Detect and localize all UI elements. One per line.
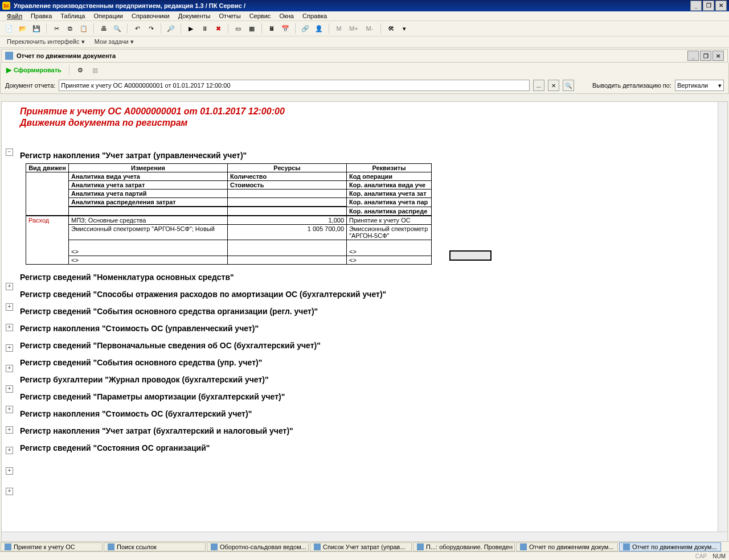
menu-edit[interactable]: Правка [27, 11, 55, 20]
section-heading: Регистр накопления "Стоимость ОС (управл… [20, 324, 715, 333]
expand-toggle-8[interactable]: + [6, 426, 13, 434]
section-heading: Регистр накопления "Учет затрат (бухгалт… [20, 426, 715, 435]
maximize-button[interactable]: ❐ [703, 1, 714, 11]
expand-toggle-1[interactable]: + [6, 283, 13, 290]
expand-toggle-11[interactable]: + [6, 488, 13, 495]
menu-table[interactable]: Таблица [57, 11, 88, 20]
close-window-icon[interactable]: ✖ [212, 23, 224, 34]
expand-toggle-5[interactable]: + [6, 365, 13, 372]
menu-reports[interactable]: Отчеты [216, 11, 244, 20]
dropdown-icon[interactable]: ▾ [399, 23, 410, 34]
settings-icon[interactable]: ⚙ [75, 64, 86, 76]
section-heading: Регистр сведений "Способы отражения расх… [20, 290, 715, 299]
menu-catalogs[interactable]: Справочники [128, 11, 173, 20]
section-heading-1: Регистр накопления "Учет затрат (управле… [20, 151, 715, 160]
task-item[interactable]: Оборотно-сальдовая ведом... [207, 542, 309, 551]
report-area: − + + + + + + + + + + + Принятие к учету… [1, 101, 728, 542]
section-heading: Регистр накопления "Стоимость ОС (бухгал… [20, 409, 715, 418]
report-title-1: Принятие к учету ОС А0000000001 от 01.01… [20, 106, 715, 117]
expand-toggle-6[interactable]: + [6, 385, 13, 393]
copy-icon[interactable]: ⧉ [64, 23, 76, 34]
subform-title: Отчет по движениям документа [17, 52, 116, 59]
mminus-button[interactable]: М- [363, 23, 376, 34]
m-button[interactable]: М [333, 23, 345, 34]
redo-icon[interactable]: ↷ [145, 23, 157, 34]
calc-icon[interactable]: 🖩 [266, 23, 277, 34]
expand-toggle-9[interactable]: + [6, 447, 13, 454]
selection-cursor [449, 250, 492, 261]
print-icon[interactable]: 🖶 [98, 23, 109, 34]
link-bar: Переключить интерфейс ▾ Мои задачи ▾ [0, 36, 729, 48]
expand-toggle-7[interactable]: + [6, 406, 13, 413]
menu-operations[interactable]: Операции [91, 11, 126, 20]
document-icon [211, 543, 218, 550]
expand-toggle-3[interactable]: + [6, 324, 13, 331]
document-icon [623, 543, 630, 550]
task-item[interactable]: Поиск ссылок [104, 542, 206, 551]
expand-toggle-2[interactable]: + [6, 303, 13, 311]
window-title: Управление производственным предприятием… [14, 0, 245, 11]
calendar-icon[interactable]: 📅 [280, 23, 291, 34]
list-icon[interactable]: ▭ [232, 23, 244, 34]
gutter: − + + + + + + + + + + + [2, 102, 17, 532]
expand-toggle-4[interactable]: + [6, 344, 13, 352]
horizontal-scrollbar[interactable] [2, 532, 727, 541]
collapse-toggle[interactable]: − [6, 149, 13, 156]
undo-icon[interactable]: ↶ [132, 23, 143, 34]
section-heading: Регистр сведений "Параметры амортизации … [20, 392, 715, 401]
vertical-scrollbar[interactable] [718, 102, 727, 532]
open-button[interactable]: 🔍 [563, 80, 574, 91]
tool-icon[interactable]: 🛠 [385, 23, 396, 34]
document-icon [314, 543, 321, 550]
clear-button[interactable]: ✕ [548, 80, 559, 91]
run-icon[interactable]: ▶ [185, 23, 196, 34]
subform-minimize-button[interactable]: _ [687, 51, 699, 61]
select-button[interactable]: ... [533, 80, 544, 91]
subform-close-button[interactable]: ✕ [712, 51, 724, 61]
section-heading: Регистр бухгалтерии "Журнал проводок (бу… [20, 375, 715, 384]
stop-icon[interactable]: ⏸ [199, 23, 210, 34]
task-item[interactable]: Принятие к учету ОС [1, 542, 103, 551]
expand-toggle-10[interactable]: + [6, 467, 13, 475]
movement-kind: Расход [26, 216, 69, 265]
window-taskbar: Принятие к учету ОС Поиск ссылок Оборотн… [0, 541, 729, 552]
report-table: Вид движен Измерения Ресурсы Реквизиты А… [26, 163, 432, 265]
user-icon[interactable]: 👤 [313, 23, 325, 34]
preview-icon[interactable]: 🔍 [112, 23, 123, 34]
detail-dropdown[interactable]: Вертикали▾ [675, 80, 724, 91]
minimize-button[interactable]: _ [690, 1, 702, 11]
menu-windows[interactable]: Окна [276, 11, 297, 20]
task-item[interactable]: Отчет по движениям докум... [516, 542, 618, 551]
document-icon [520, 543, 527, 550]
task-item-active[interactable]: Отчет по движениям докум... [619, 542, 721, 551]
find-icon[interactable]: 🔎 [165, 23, 177, 34]
th-dims: Измерения [69, 164, 228, 172]
list2-icon[interactable]: ▦ [246, 23, 257, 34]
generate-button[interactable]: ▶Сформировать [4, 65, 64, 75]
my-tasks-link[interactable]: Мои задачи ▾ [92, 38, 136, 45]
document-input[interactable]: Принятие к учету ОС А0000000001 от 01.01… [59, 80, 530, 91]
close-button[interactable]: ✕ [715, 1, 727, 11]
subform-title-bar: Отчет по движениям документа _ ❐ ✕ [1, 49, 728, 63]
new-icon[interactable]: 📄 [3, 23, 15, 34]
open-icon[interactable]: 📂 [17, 23, 28, 34]
subform-restore-button[interactable]: ❐ [700, 51, 711, 61]
task-item[interactable]: П...: оборудование. Проведен [413, 542, 515, 551]
menu-documents[interactable]: Документы [175, 11, 214, 20]
expand-icon[interactable]: ▥ [89, 64, 101, 76]
menu-file[interactable]: Файл [3, 11, 26, 20]
report-content[interactable]: Принятие к учету ОС А0000000001 от 01.01… [17, 102, 718, 532]
switch-interface-link[interactable]: Переключить интерфейс ▾ [5, 38, 87, 45]
cut-icon[interactable]: ✂ [51, 23, 62, 34]
app-icon: 1c [2, 2, 10, 10]
filter-label: Документ отчета: [5, 82, 55, 89]
save-icon[interactable]: 💾 [31, 23, 42, 34]
paste-icon[interactable]: 📋 [78, 23, 89, 34]
task-item[interactable]: Список Учет затрат (управ... [310, 542, 412, 551]
report-toolbar: ▶Сформировать ⚙ ▥ [0, 63, 729, 77]
subform-icon [5, 52, 13, 60]
menu-service[interactable]: Сервис [246, 11, 275, 20]
mplus-button[interactable]: М+ [347, 23, 361, 34]
menu-help[interactable]: Справка [299, 11, 330, 20]
link-icon[interactable]: 🔗 [300, 23, 311, 34]
